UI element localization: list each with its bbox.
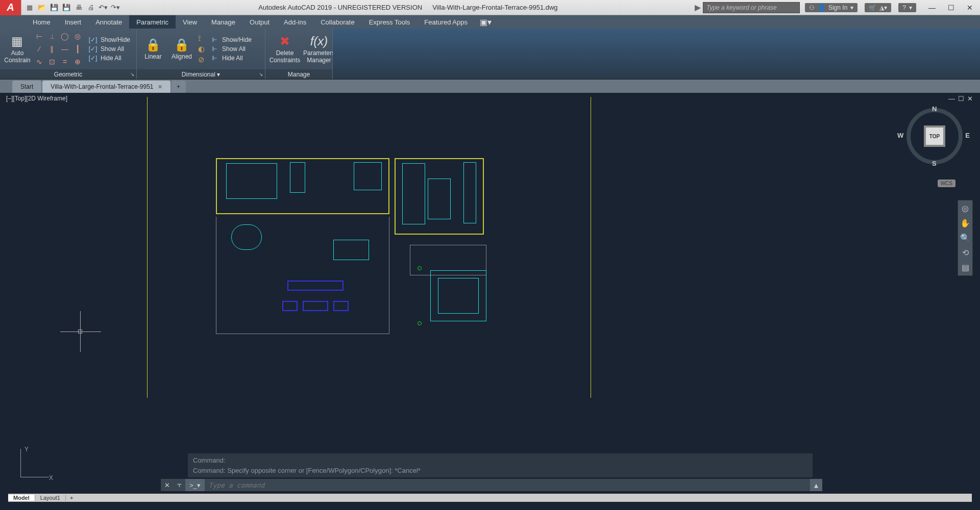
command-history: Command: Command: Specify opposite corne… <box>188 453 813 477</box>
help-button[interactable]: ? ▾ <box>898 3 916 12</box>
title-text: Autodesk AutoCAD 2019 - UNREGISTERED VER… <box>124 4 693 11</box>
status-tab-model[interactable]: Model <box>8 495 35 501</box>
zoom-extents-icon[interactable]: 🔍 <box>960 233 970 243</box>
saveas-icon[interactable]: 💾 <box>61 3 71 13</box>
tab-addins[interactable]: Add-ins <box>277 15 313 29</box>
collinear-icon[interactable]: ∕ <box>34 43 45 55</box>
close-button[interactable]: ✕ <box>967 4 973 12</box>
dim-radius-icon[interactable]: ◐ <box>198 44 205 54</box>
search-arrow-icon[interactable]: ▶ <box>693 3 703 12</box>
tab-featuredapps[interactable]: Featured Apps <box>417 15 475 29</box>
signin-button[interactable]: ⚇ 👤 Sign In ▾ <box>805 3 857 12</box>
viewport-label[interactable]: [–][Top][2D Wireframe] <box>6 95 67 102</box>
dim-showall-button[interactable]: ⊩Show All <box>208 45 254 53</box>
tab-view[interactable]: View <box>176 15 204 29</box>
cart-icon: 🛒 <box>869 4 876 11</box>
app-logo[interactable]: A <box>0 0 21 15</box>
tab-home[interactable]: Home <box>26 15 58 29</box>
filetab-active[interactable]: Villa-With-Large-Frontal-Terrace-9951 ✕ <box>42 81 170 93</box>
perpendicular-icon[interactable]: ⟂ <box>46 31 58 42</box>
horizontal-icon[interactable]: — <box>59 43 70 55</box>
showmotion-icon[interactable]: ▤ <box>962 263 969 272</box>
dim-hideall-button[interactable]: ⊩Hide All <box>208 54 254 62</box>
status-tab-add[interactable]: + <box>66 495 77 501</box>
print-icon[interactable]: 🖨 <box>86 3 96 13</box>
tab-expresstools[interactable]: Express Tools <box>362 15 418 29</box>
ucs-x-label: X <box>49 474 53 481</box>
tangent-icon[interactable]: ◯ <box>59 31 70 42</box>
exchange-button[interactable]: 🛒 ◮▾ <box>865 3 891 12</box>
cmd-hist-line: Command: Specify opposite corner or [Fen… <box>193 466 807 476</box>
save-icon[interactable]: 💾 <box>49 3 59 13</box>
tab-collaborate[interactable]: Collaborate <box>313 15 362 29</box>
ucs-y-label: Y <box>24 446 29 453</box>
open-icon[interactable]: 📂 <box>37 3 47 13</box>
panel-geometric-title: Geometric <box>54 71 82 78</box>
filetab-close-icon[interactable]: ✕ <box>158 84 162 90</box>
filetab-start[interactable]: Start <box>12 81 41 93</box>
vp-minimize-icon[interactable]: — <box>948 95 955 103</box>
parallel-icon[interactable]: ∥ <box>46 43 58 55</box>
command-input[interactable] <box>205 481 810 489</box>
symmetric-icon[interactable]: ⊡ <box>46 56 58 67</box>
dim-showhide-button[interactable]: ⊩Show/Hide <box>208 36 254 44</box>
vp-maximize-icon[interactable]: ☐ <box>958 95 964 103</box>
panel-launcher-icon[interactable]: ↘ <box>130 71 134 77</box>
new-icon[interactable]: ▦ <box>24 3 35 13</box>
linear-button[interactable]: 🔒 Linear <box>141 31 165 67</box>
tab-annotate[interactable]: Annotate <box>88 15 129 29</box>
dim-diameter-icon[interactable]: ⊘ <box>198 55 205 64</box>
undo-icon[interactable]: ↶▾ <box>98 3 108 13</box>
smooth-icon[interactable]: ∿ <box>34 56 45 67</box>
fix-icon[interactable]: ⊕ <box>72 56 83 67</box>
coincident-icon[interactable]: ⊢ <box>34 31 45 42</box>
cmdline-customize-icon[interactable]: ⥾ <box>173 481 185 489</box>
wcs-badge[interactable]: WCS <box>938 180 955 187</box>
delete-constraints-button[interactable]: ✖ Delete Constraints <box>270 31 300 67</box>
geo-showhide-button[interactable]: [✓]Show/Hide <box>86 36 132 44</box>
parameters-manager-label: Parameters Manager <box>303 49 335 64</box>
redo-icon[interactable]: ↷▾ <box>110 3 120 13</box>
tab-parametric[interactable]: Parametric <box>129 15 176 29</box>
aligned-button[interactable]: 🔒 Aligned <box>168 31 195 67</box>
search-input[interactable]: Type a keyword or phrase <box>703 2 800 13</box>
tab-insert[interactable]: Insert <box>58 15 89 29</box>
pan-icon[interactable]: ✋ <box>960 218 970 228</box>
parameters-manager-button[interactable]: f(x) Parameters Manager <box>303 31 335 67</box>
drawing-viewport[interactable]: [–][Top][2D Wireframe] — ☐ ✕ Y X <box>4 93 976 502</box>
viewcube-south[interactable]: S <box>932 160 937 167</box>
vertical-icon[interactable]: ┃ <box>72 43 83 55</box>
orbit-icon[interactable]: ⟲ <box>962 248 969 258</box>
viewcube-face[interactable]: TOP <box>926 128 943 145</box>
geo-showall-button[interactable]: [✓]Show All <box>86 45 132 53</box>
cmdline-prompt-icon[interactable]: >_▾ <box>185 479 205 491</box>
tab-output[interactable]: Output <box>242 15 277 29</box>
dim-angular-icon[interactable]: ⟟ <box>198 34 205 43</box>
viewcube[interactable]: TOP N S E W <box>906 108 963 164</box>
panel-launcher-icon[interactable]: ↘ <box>259 71 263 77</box>
viewcube-north[interactable]: N <box>932 105 937 113</box>
vp-close-icon[interactable]: ✕ <box>967 95 973 103</box>
showhide-icon: ⊩ <box>210 36 219 43</box>
viewcube-east[interactable]: E <box>965 132 970 139</box>
panel-dimensional-title[interactable]: Dimensional ▾ <box>182 71 220 78</box>
showhide-icon: [✓] <box>88 36 97 43</box>
maximize-button[interactable]: ☐ <box>948 4 954 12</box>
cmdline-recent-icon[interactable]: ▴ <box>810 479 822 491</box>
viewcube-west[interactable]: W <box>897 132 903 139</box>
filetab-new-button[interactable]: + <box>172 81 186 93</box>
equal-icon[interactable]: = <box>59 56 70 67</box>
status-tab-layout1[interactable]: Layout1 <box>35 495 66 501</box>
geo-hideall-button[interactable]: [✓]Hide All <box>86 54 132 62</box>
concentric-icon[interactable]: ◎ <box>72 31 83 42</box>
chevron-down-icon: ▾ <box>909 4 912 11</box>
cmdline-close-icon[interactable]: ✕ <box>161 481 173 489</box>
tab-manage[interactable]: Manage <box>204 15 242 29</box>
tab-extra-button[interactable]: ▣▾ <box>475 15 497 29</box>
auto-constrain-button[interactable]: ▦ Auto Constrain <box>4 31 31 67</box>
auto-constrain-label: Auto Constrain <box>4 49 30 64</box>
dimensional-visibility: ⊩Show/Hide ⊩Show All ⊩Hide All <box>208 36 254 62</box>
plot-icon[interactable]: 🖶 <box>74 3 84 13</box>
steering-wheel-icon[interactable]: ◎ <box>962 203 969 213</box>
minimize-button[interactable]: — <box>928 4 936 12</box>
